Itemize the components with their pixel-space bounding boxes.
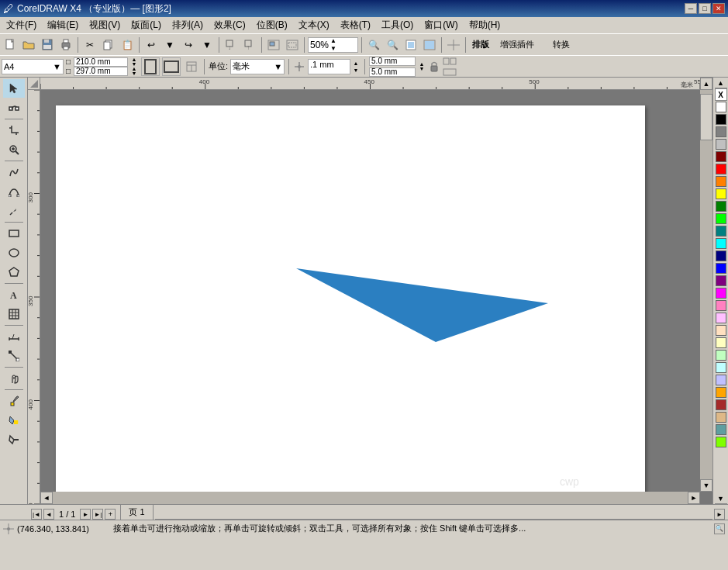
tool-eyedropper[interactable] (3, 392, 25, 410)
redo-dropdown[interactable]: ▼ (198, 36, 216, 54)
paiban-btn[interactable]: 增强插件 (494, 36, 540, 54)
scroll-up-btn[interactable]: ▲ (700, 78, 712, 90)
color-swatch-1[interactable] (716, 114, 726, 125)
color-swatch-15[interactable] (716, 288, 726, 299)
zoom-up[interactable]: ▲ (329, 37, 338, 45)
scroll-left-btn[interactable]: ◄ (40, 492, 53, 504)
canvas-area[interactable]: cwp ▲ ▼ ◄ ► (28, 78, 712, 504)
tab-scroll-right[interactable]: ► (714, 509, 725, 520)
color-swatch-11[interactable] (716, 238, 726, 249)
menu-tools[interactable]: 工具(O) (377, 17, 418, 33)
color-swatch-19[interactable] (716, 337, 726, 348)
print-button[interactable] (57, 36, 74, 54)
color-swatch-24[interactable] (716, 399, 726, 410)
tool-hand[interactable] (3, 369, 25, 388)
height-down[interactable]: ▼ (129, 71, 139, 76)
zhuanhuan-btn[interactable]: 转换 (542, 36, 581, 54)
menu-table[interactable]: 表格(T) (336, 17, 375, 33)
zoom-to-selection[interactable] (265, 36, 282, 54)
zoom-input[interactable]: 50% ▲ ▼ (308, 37, 358, 53)
portrait-btn[interactable] (141, 57, 160, 76)
landscape-btn[interactable] (162, 57, 181, 76)
color-swatch-9[interactable] (716, 213, 726, 224)
tool-crop[interactable] (3, 121, 25, 140)
menu-edit[interactable]: 编辑(E) (43, 17, 83, 33)
undo-dropdown[interactable]: ▼ (161, 36, 178, 54)
undo-button[interactable]: ↩ (143, 36, 160, 54)
tool-zoom[interactable] (3, 140, 25, 159)
open-button[interactable] (20, 36, 37, 54)
color-swatch-6[interactable] (716, 176, 726, 187)
width-input[interactable]: 210.0 mm (74, 57, 128, 67)
triangle-shape[interactable] (296, 268, 548, 342)
zoom-status-out[interactable]: 🔍 (714, 523, 725, 534)
new-button[interactable] (2, 36, 19, 54)
palette-no-color[interactable]: X (715, 88, 727, 101)
color-swatch-5[interactable] (716, 164, 726, 174)
color-swatch-12[interactable] (716, 250, 726, 261)
prev-page-btn[interactable]: ◄ (43, 509, 54, 520)
color-swatch-23[interactable] (716, 387, 726, 398)
tool-ellipse[interactable] (3, 244, 25, 262)
tool-table[interactable] (3, 305, 25, 323)
color-swatch-17[interactable] (716, 313, 726, 323)
color-swatch-3[interactable] (716, 139, 726, 150)
palette-scroll-up[interactable]: ▲ (715, 78, 727, 88)
color-swatch-16[interactable] (716, 300, 726, 311)
page-canvas[interactable]: cwp (56, 105, 645, 504)
page-tab-1[interactable]: 页 1 (120, 504, 153, 520)
menu-help[interactable]: 帮助(H) (464, 17, 505, 33)
menu-effects[interactable]: 效果(C) (209, 17, 250, 33)
tool-polygon[interactable] (3, 263, 25, 282)
color-swatch-10[interactable] (716, 226, 726, 237)
last-page-btn[interactable]: ►| (92, 509, 103, 520)
paste-button[interactable]: 📋 (119, 36, 136, 54)
tool-text[interactable]: A (3, 285, 25, 304)
cut-button[interactable]: ✂ (81, 36, 98, 54)
menu-text[interactable]: 文本(X) (294, 17, 334, 33)
tool-fill[interactable] (3, 411, 25, 430)
nudge-up[interactable]: ▲ (351, 60, 361, 67)
wh-btn2[interactable] (442, 67, 457, 77)
color-swatch-18[interactable] (716, 325, 726, 336)
menu-bitmap[interactable]: 位图(B) (252, 17, 292, 33)
color-swatch-14[interactable] (716, 275, 726, 286)
snap-btn[interactable] (445, 36, 462, 54)
first-page-btn[interactable]: |◄ (31, 509, 42, 520)
color-swatch-7[interactable] (716, 188, 726, 199)
tool-pen[interactable] (3, 202, 25, 220)
zoom-out-btn[interactable]: 🔍 (384, 36, 401, 54)
color-swatch-22[interactable] (716, 375, 726, 385)
export-button[interactable]: ↑ (241, 36, 258, 54)
zoom-down[interactable]: ▼ (329, 45, 338, 53)
tool-dimension[interactable] (3, 327, 25, 346)
h-input[interactable]: 5.0 mm (369, 67, 416, 77)
save-button[interactable] (39, 36, 56, 54)
zoom-page[interactable] (402, 36, 419, 54)
nudge-down[interactable]: ▼ (351, 67, 361, 74)
tool-connector[interactable] (3, 347, 25, 365)
color-swatch-26[interactable] (716, 424, 726, 435)
color-swatch-8[interactable] (716, 201, 726, 212)
w-input[interactable]: 5.0 mm (369, 57, 416, 66)
tool-node[interactable] (3, 98, 25, 117)
color-swatch-21[interactable] (716, 362, 726, 373)
color-swatch-2[interactable] (716, 126, 726, 137)
tool-select[interactable] (3, 79, 25, 98)
menu-view[interactable]: 视图(V) (85, 17, 125, 33)
tool-freehand[interactable] (3, 163, 25, 181)
zoom-box2[interactable] (284, 36, 301, 54)
zoom-all[interactable] (421, 36, 438, 54)
height-input[interactable]: 297.0 mm (74, 67, 128, 76)
menu-arrange[interactable]: 排列(A) (167, 17, 208, 33)
color-swatch-27[interactable] (716, 437, 726, 447)
wh-btn1[interactable] (442, 57, 457, 66)
tool-bezier[interactable] (3, 182, 25, 201)
scroll-right-btn[interactable]: ► (688, 492, 700, 504)
close-button[interactable]: ✕ (712, 3, 725, 14)
minimize-button[interactable]: ─ (685, 3, 697, 14)
nudge-input[interactable]: .1 mm (308, 59, 350, 74)
scroll-track-vertical[interactable] (700, 90, 712, 479)
redo-button[interactable]: ↪ (180, 36, 197, 54)
lock-btn[interactable] (428, 57, 440, 77)
